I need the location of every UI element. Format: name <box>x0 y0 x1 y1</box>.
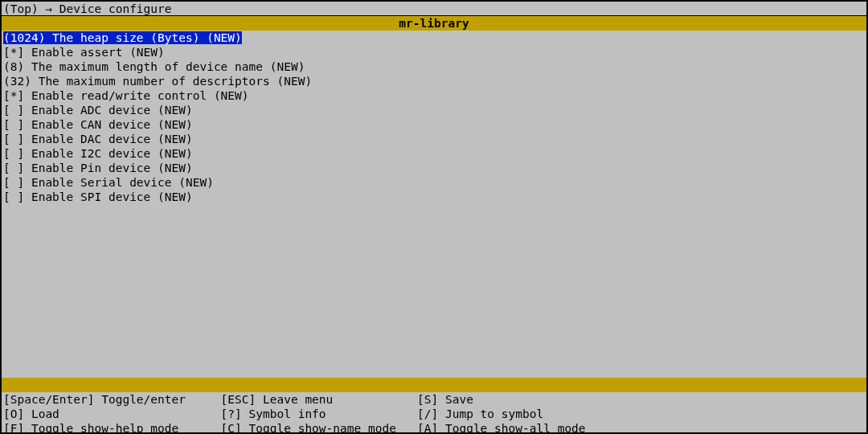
menu-item[interactable]: [ ] Enable Serial device (NEW) <box>3 175 865 190</box>
menu-item[interactable]: (8) The maximum length of device name (N… <box>3 59 865 74</box>
help-line: [O] Load [?] Symbol info [/] Jump to sym… <box>3 407 865 421</box>
menu-item[interactable]: [ ] Enable I2C device (NEW) <box>3 146 865 161</box>
menu-item[interactable]: [ ] Enable ADC device (NEW) <box>3 103 865 117</box>
page-title: mr-library <box>2 16 866 31</box>
menu-item[interactable]: [*] Enable read/write control (NEW) <box>3 88 865 103</box>
menu-list: (1024) The heap size (Bytes) (NEW)[*] En… <box>2 31 866 378</box>
menu-item[interactable]: [ ] Enable CAN device (NEW) <box>3 117 865 132</box>
menu-item[interactable]: (1024) The heap size (Bytes) (NEW) <box>3 31 242 45</box>
separator-bar <box>2 378 866 392</box>
help-line: [F] Toggle show-help mode [C] Toggle sho… <box>3 421 865 434</box>
help-line: [Space/Enter] Toggle/enter [ESC] Leave m… <box>3 392 865 407</box>
menu-item[interactable]: [ ] Enable SPI device (NEW) <box>3 190 865 204</box>
menu-item[interactable]: [*] Enable assert (NEW) <box>3 45 865 59</box>
menu-item[interactable]: [ ] Enable DAC device (NEW) <box>3 132 865 146</box>
menu-item[interactable]: [ ] Enable Pin device (NEW) <box>3 161 865 175</box>
menu-item[interactable]: (32) The maximum number of descriptors (… <box>3 74 865 88</box>
breadcrumb: (Top) → Device configure <box>2 2 866 16</box>
help-area: [Space/Enter] Toggle/enter [ESC] Leave m… <box>2 392 866 434</box>
